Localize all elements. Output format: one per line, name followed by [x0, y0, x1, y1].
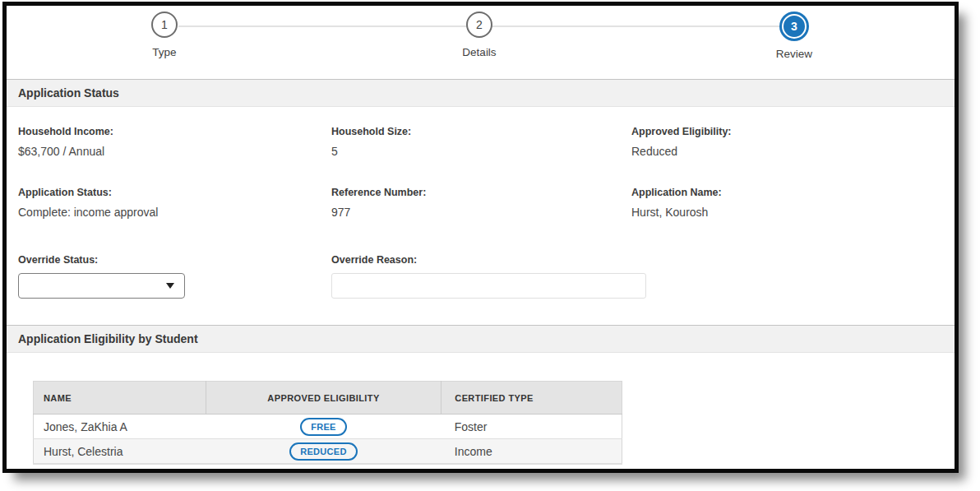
- field-value: Hurst, Kourosh: [631, 206, 722, 219]
- eligibility-table: NAME APPROVED ELIGIBILITY CERTIFIED TYPE…: [33, 381, 622, 464]
- eligibility-badge-free: FREE: [300, 418, 347, 436]
- eligibility-badge-reduced: REDUCED: [289, 442, 358, 461]
- step-circle-3-active[interactable]: 3: [782, 14, 807, 39]
- field-household-income: Household Income: $63,700 / Annual: [18, 126, 113, 158]
- table-header-approved-eligibility: APPROVED ELIGIBILITY: [206, 382, 441, 415]
- eligibility-cell: REDUCED: [206, 439, 441, 464]
- step-circle-1[interactable]: 1: [151, 12, 178, 38]
- field-value: 5: [331, 145, 411, 158]
- certified-type-cell: Income: [441, 439, 622, 464]
- step-label-review: Review: [745, 48, 844, 60]
- table-row-student-2: Hurst, Celestria REDUCED Income: [34, 439, 622, 464]
- field-override-reason: Override Reason:: [331, 254, 646, 299]
- field-approved-eligibility: Approved Eligibility: Reduced: [631, 126, 732, 158]
- eligibility-cell: FREE: [206, 415, 441, 439]
- table-row-student-1: Jones, ZaKhia A FREE Foster: [34, 415, 622, 439]
- field-label: Household Size:: [331, 126, 411, 137]
- step-label-details: Details: [430, 46, 529, 58]
- field-value: $63,700 / Annual: [18, 145, 113, 158]
- field-household-size: Household Size: 5: [331, 126, 411, 158]
- page-frame: 1 Type 2 Details 3 Review Application St…: [2, 2, 959, 473]
- field-override-status: Override Status:: [18, 254, 185, 299]
- override-status-label: Override Status:: [18, 254, 185, 266]
- table-header-certified-type: CERTIFIED TYPE: [441, 382, 622, 415]
- dropdown-arrow-icon: [166, 283, 174, 289]
- table-header-row: NAME APPROVED ELIGIBILITY CERTIFIED TYPE: [34, 382, 622, 415]
- student-name-cell: Hurst, Celestria: [34, 439, 206, 464]
- wizard-stepper: 1 Type 2 Details 3 Review: [7, 6, 955, 78]
- certified-type-cell: Foster: [441, 415, 622, 439]
- field-label: Household Income:: [18, 126, 113, 137]
- field-application-status: Application Status: Complete: income app…: [18, 187, 158, 219]
- field-value: 977: [331, 206, 426, 219]
- stepper-step-review[interactable]: 3 Review: [745, 12, 844, 60]
- override-status-select[interactable]: [18, 273, 185, 299]
- page-content: 1 Type 2 Details 3 Review Application St…: [7, 6, 955, 469]
- clipped-next-table-row: [33, 464, 622, 469]
- field-label: Reference Number:: [331, 187, 426, 198]
- step-label-type: Type: [115, 46, 214, 58]
- field-label: Approved Eligibility:: [631, 126, 732, 137]
- field-label: Application Status:: [18, 187, 158, 198]
- table-header-name: NAME: [34, 382, 206, 415]
- section-header-application-status: Application Status: [7, 79, 955, 107]
- step-circle-2[interactable]: 2: [466, 12, 492, 38]
- section-header-eligibility-by-student: Application Eligibility by Student: [7, 325, 955, 353]
- stepper-step-type[interactable]: 1 Type: [115, 12, 214, 58]
- override-reason-input[interactable]: [331, 273, 646, 299]
- field-value: Reduced: [631, 145, 732, 158]
- override-reason-label: Override Reason:: [331, 254, 646, 266]
- field-label: Application Name:: [631, 187, 722, 198]
- student-name-cell: Jones, ZaKhia A: [34, 415, 206, 439]
- field-value: Complete: income approval: [18, 206, 158, 219]
- stepper-step-details[interactable]: 2 Details: [430, 12, 529, 58]
- field-reference-number: Reference Number: 977: [331, 187, 426, 219]
- field-application-name: Application Name: Hurst, Kourosh: [631, 187, 722, 219]
